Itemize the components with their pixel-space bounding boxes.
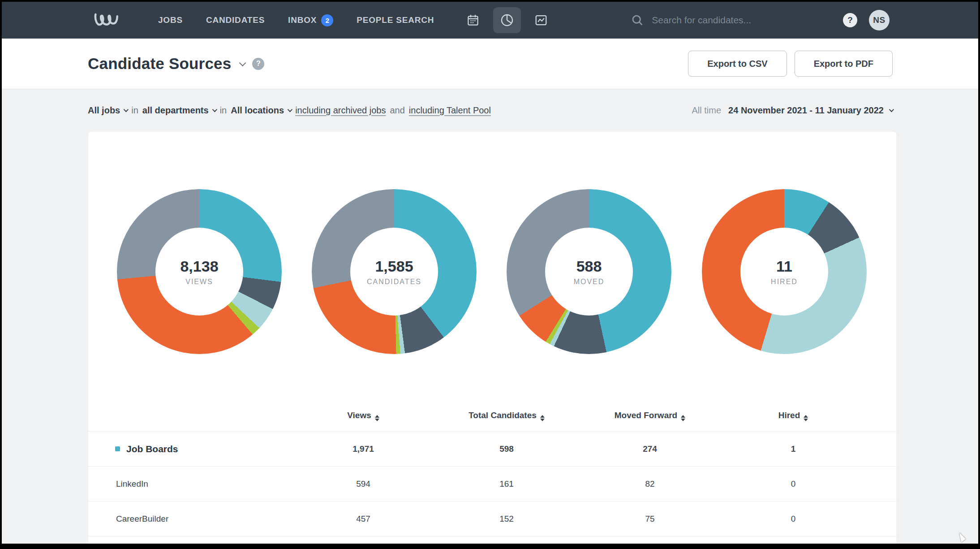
- moved-donut-chart[interactable]: 588 MOVED: [507, 189, 671, 354]
- nav-item-jobs[interactable]: JOBS: [158, 15, 183, 25]
- hired-column-header[interactable]: Hired: [722, 411, 865, 421]
- hired-cell: 0: [722, 479, 865, 489]
- export-pdf-button[interactable]: Export to PDF: [795, 51, 893, 77]
- source-label-cell: Job Boards: [88, 444, 292, 454]
- chevron-down-icon: [212, 107, 217, 112]
- inbox-count-badge: 2: [321, 14, 333, 26]
- table-row-careerbuilder[interactable]: CareerBuilder 457 152 75 0: [88, 501, 896, 536]
- hired-donut-chart[interactable]: 11 HIRED: [702, 189, 867, 354]
- hired-cell: 1: [722, 444, 865, 454]
- report-switcher-chevron-icon[interactable]: [239, 59, 246, 66]
- talent-pool-toggle[interactable]: including Talent Pool: [409, 105, 491, 116]
- sort-icon: [375, 415, 379, 421]
- nav-item-candidates-label: CANDIDATES: [206, 15, 265, 25]
- locations-filter[interactable]: All locations: [231, 105, 291, 116]
- chevron-down-icon: [124, 107, 129, 112]
- nav-item-people-search[interactable]: PEOPLE SEARCH: [357, 15, 434, 25]
- header-actions: Export to CSV Export to PDF: [688, 51, 893, 77]
- views-total: 8,138: [180, 258, 218, 275]
- views-column-header[interactable]: Views: [292, 411, 435, 421]
- period-range-label: 24 November 2021 - 11 January 2022: [728, 105, 884, 116]
- filter-conjunction: in: [131, 105, 138, 116]
- views-caption: VIEWS: [185, 278, 213, 286]
- candidates-cell: 161: [435, 479, 578, 489]
- nav-item-people-search-label: PEOPLE SEARCH: [357, 15, 434, 25]
- search-placeholder: Search for candidates...: [652, 15, 751, 26]
- candidates-donut-chart[interactable]: 1,585 CANDIDATES: [312, 189, 477, 354]
- jobs-filter-label: All jobs: [88, 105, 120, 116]
- period-label: All time: [692, 105, 722, 116]
- title-wrap: Candidate Sources ?: [88, 55, 264, 73]
- workable-logo-icon[interactable]: [94, 12, 119, 28]
- analytics-chart-icon[interactable]: [527, 7, 555, 33]
- candidates-total: 1,585: [375, 258, 413, 275]
- table-row-linkedin[interactable]: LinkedIn 594 161 82 0: [88, 466, 896, 501]
- export-csv-button[interactable]: Export to CSV: [688, 51, 787, 77]
- filters: All jobs in all departments in All locat…: [88, 105, 491, 116]
- source-name: CareerBuilder: [116, 514, 168, 524]
- table-row-indeed-clipped[interactable]: Indeed 433 145 73 0: [88, 536, 896, 544]
- report-card: 8,138 VIEWS 1,585 CANDIDATES 588 MOVED 1…: [88, 132, 896, 544]
- moved-donut-center: 588 MOVED: [545, 228, 633, 316]
- calendar-icon[interactable]: [459, 7, 487, 33]
- nav-item-jobs-label: JOBS: [158, 15, 183, 25]
- nav-item-inbox[interactable]: INBOX 2: [288, 14, 333, 26]
- app-window: JOBS CANDIDATES INBOX 2 PEOPLE SEARCH: [2, 2, 978, 544]
- locations-filter-label: All locations: [231, 105, 284, 116]
- source-name: Job Boards: [126, 444, 178, 454]
- sort-icon: [681, 415, 685, 421]
- report-help-icon[interactable]: ?: [252, 58, 264, 70]
- candidates-column-header[interactable]: Total Candidates: [435, 411, 578, 421]
- nav-items: JOBS CANDIDATES INBOX 2 PEOPLE SEARCH: [158, 14, 434, 26]
- source-label-cell: LinkedIn: [88, 479, 292, 489]
- views-cell: 457: [292, 514, 435, 524]
- period-range-picker[interactable]: 24 November 2021 - 11 January 2022: [728, 105, 893, 116]
- moved-cell: 274: [578, 444, 722, 454]
- candidates-cell: 598: [435, 444, 578, 454]
- table-header-row: Views Total Candidates Moved Forward Hir…: [88, 401, 896, 431]
- filter-bar: All jobs in all departments in All locat…: [2, 89, 978, 132]
- moved-column-header[interactable]: Moved Forward: [578, 411, 722, 421]
- candidates-header-label: Total Candidates: [469, 411, 537, 420]
- candidates-cell: 152: [435, 514, 578, 524]
- reports-pie-icon[interactable]: [493, 7, 521, 33]
- jobs-filter[interactable]: All jobs: [88, 105, 127, 116]
- views-header-label: Views: [347, 411, 371, 420]
- chevron-down-icon: [889, 107, 894, 112]
- hired-donut-center: 11 HIRED: [740, 228, 828, 316]
- hired-cell: 0: [722, 514, 865, 524]
- nav-item-inbox-label: INBOX: [288, 15, 317, 25]
- page-title: Candidate Sources: [88, 55, 231, 73]
- hired-caption: HIRED: [771, 278, 798, 286]
- table-row-job-boards[interactable]: Job Boards 1,971 598 274 1: [88, 431, 896, 466]
- moved-cell: 82: [578, 479, 722, 489]
- job-boards-legend-swatch: [115, 446, 120, 451]
- nav-item-candidates[interactable]: CANDIDATES: [206, 15, 265, 25]
- filter-conjunction: in: [220, 105, 227, 116]
- mouse-cursor: [959, 532, 966, 542]
- candidate-search[interactable]: Search for candidates...: [631, 14, 751, 26]
- help-icon[interactable]: ?: [843, 13, 857, 27]
- moved-cell: 75: [578, 514, 722, 524]
- views-donut-center: 8,138 VIEWS: [155, 228, 243, 316]
- hired-header-label: Hired: [778, 411, 800, 420]
- archived-jobs-toggle[interactable]: including archived jobs: [295, 105, 386, 116]
- filter-conjunction: and: [390, 105, 404, 116]
- candidates-caption: CANDIDATES: [367, 278, 421, 286]
- top-nav: JOBS CANDIDATES INBOX 2 PEOPLE SEARCH: [2, 2, 978, 39]
- views-cell: 594: [292, 479, 435, 489]
- chevron-down-icon: [288, 107, 292, 112]
- views-donut-chart[interactable]: 8,138 VIEWS: [117, 189, 282, 354]
- page-header: Candidate Sources ? Export to CSV Export…: [2, 39, 978, 89]
- sources-table: Views Total Candidates Moved Forward Hir…: [88, 401, 896, 544]
- sort-icon: [540, 415, 545, 421]
- nav-icon-group: [459, 7, 555, 33]
- hired-total: 11: [776, 258, 792, 275]
- departments-filter[interactable]: all departments: [142, 105, 216, 116]
- user-avatar[interactable]: NS: [869, 10, 890, 30]
- moved-caption: MOVED: [574, 278, 605, 286]
- search-icon: [631, 14, 644, 26]
- candidates-donut-center: 1,585 CANDIDATES: [350, 228, 438, 316]
- source-label-cell: CareerBuilder: [88, 514, 292, 524]
- nav-right-group: ? NS: [843, 10, 890, 30]
